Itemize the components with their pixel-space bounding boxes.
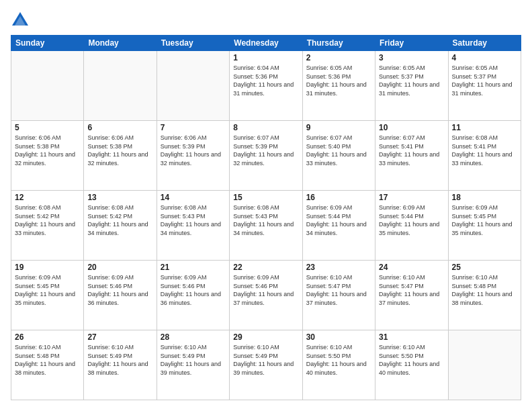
logo — [11, 11, 32, 30]
day-cell: 26Sunrise: 6:10 AM Sunset: 5:48 PM Dayli… — [11, 330, 84, 400]
weekday-sunday: Sunday — [11, 36, 84, 51]
day-cell: 19Sunrise: 6:09 AM Sunset: 5:45 PM Dayli… — [11, 261, 84, 330]
day-info: Sunrise: 6:06 AM Sunset: 5:39 PM Dayligh… — [161, 134, 226, 167]
day-number: 7 — [161, 123, 226, 132]
page: SundayMondayTuesdayWednesdayThursdayFrid… — [0, 0, 532, 411]
day-info: Sunrise: 6:06 AM Sunset: 5:38 PM Dayligh… — [15, 134, 80, 167]
week-row-4: 26Sunrise: 6:10 AM Sunset: 5:48 PM Dayli… — [11, 330, 521, 400]
day-info: Sunrise: 6:07 AM Sunset: 5:39 PM Dayligh… — [233, 134, 298, 167]
day-cell — [157, 51, 229, 121]
day-cell: 9Sunrise: 6:07 AM Sunset: 5:40 PM Daylig… — [302, 121, 375, 191]
day-number: 12 — [15, 193, 80, 202]
day-cell: 23Sunrise: 6:10 AM Sunset: 5:47 PM Dayli… — [302, 261, 375, 330]
day-number: 14 — [161, 193, 226, 202]
day-info: Sunrise: 6:08 AM Sunset: 5:43 PM Dayligh… — [233, 203, 298, 237]
day-info: Sunrise: 6:10 AM Sunset: 5:49 PM Dayligh… — [87, 343, 152, 377]
day-number: 24 — [379, 263, 444, 272]
day-number: 26 — [15, 332, 80, 342]
day-number: 4 — [452, 53, 517, 62]
day-cell: 2Sunrise: 6:05 AM Sunset: 5:36 PM Daylig… — [302, 51, 375, 121]
week-row-3: 19Sunrise: 6:09 AM Sunset: 5:45 PM Dayli… — [11, 261, 521, 330]
day-info: Sunrise: 6:08 AM Sunset: 5:42 PM Dayligh… — [87, 203, 152, 237]
day-info: Sunrise: 6:10 AM Sunset: 5:49 PM Dayligh… — [233, 343, 298, 377]
day-cell: 21Sunrise: 6:09 AM Sunset: 5:46 PM Dayli… — [157, 261, 229, 330]
day-cell: 1Sunrise: 6:04 AM Sunset: 5:36 PM Daylig… — [230, 51, 302, 121]
day-cell: 7Sunrise: 6:06 AM Sunset: 5:39 PM Daylig… — [157, 121, 229, 191]
day-number: 23 — [306, 263, 371, 272]
day-number: 2 — [306, 53, 371, 62]
day-info: Sunrise: 6:07 AM Sunset: 5:41 PM Dayligh… — [379, 134, 444, 167]
day-info: Sunrise: 6:10 AM Sunset: 5:48 PM Dayligh… — [15, 343, 80, 377]
day-number: 22 — [233, 263, 298, 272]
week-row-1: 5Sunrise: 6:06 AM Sunset: 5:38 PM Daylig… — [11, 121, 521, 191]
header — [11, 11, 521, 30]
day-cell: 25Sunrise: 6:10 AM Sunset: 5:48 PM Dayli… — [448, 261, 521, 330]
day-info: Sunrise: 6:10 AM Sunset: 5:49 PM Dayligh… — [161, 343, 226, 377]
day-number: 11 — [452, 123, 517, 132]
day-info: Sunrise: 6:10 AM Sunset: 5:50 PM Dayligh… — [379, 343, 444, 377]
day-number: 20 — [87, 263, 152, 272]
day-cell — [84, 51, 157, 121]
day-number: 27 — [87, 332, 152, 342]
day-info: Sunrise: 6:09 AM Sunset: 5:45 PM Dayligh… — [15, 273, 80, 307]
weekday-saturday: Saturday — [448, 36, 521, 51]
day-info: Sunrise: 6:05 AM Sunset: 5:36 PM Dayligh… — [306, 64, 371, 97]
day-number: 15 — [233, 193, 298, 202]
day-number: 5 — [15, 123, 80, 132]
day-number: 3 — [379, 53, 444, 62]
day-number: 19 — [15, 263, 80, 272]
weekday-wednesday: Wednesday — [230, 36, 302, 51]
day-cell: 31Sunrise: 6:10 AM Sunset: 5:50 PM Dayli… — [375, 330, 448, 400]
day-cell — [11, 51, 84, 121]
day-cell: 3Sunrise: 6:05 AM Sunset: 5:37 PM Daylig… — [375, 51, 448, 121]
calendar: SundayMondayTuesdayWednesdayThursdayFrid… — [11, 35, 521, 400]
day-cell — [448, 330, 521, 400]
day-number: 25 — [452, 263, 517, 272]
day-cell: 10Sunrise: 6:07 AM Sunset: 5:41 PM Dayli… — [375, 121, 448, 191]
day-number: 18 — [452, 193, 517, 202]
day-number: 28 — [161, 332, 226, 342]
day-info: Sunrise: 6:10 AM Sunset: 5:47 PM Dayligh… — [306, 273, 371, 307]
day-number: 13 — [87, 193, 152, 202]
day-cell: 28Sunrise: 6:10 AM Sunset: 5:49 PM Dayli… — [157, 330, 229, 400]
day-info: Sunrise: 6:09 AM Sunset: 5:44 PM Dayligh… — [306, 203, 371, 237]
week-row-0: 1Sunrise: 6:04 AM Sunset: 5:36 PM Daylig… — [11, 51, 521, 121]
day-number: 1 — [233, 53, 298, 62]
day-number: 30 — [306, 332, 371, 342]
day-number: 16 — [306, 193, 371, 202]
day-number: 9 — [306, 123, 371, 132]
day-number: 10 — [379, 123, 444, 132]
day-cell: 13Sunrise: 6:08 AM Sunset: 5:42 PM Dayli… — [84, 191, 157, 261]
day-info: Sunrise: 6:07 AM Sunset: 5:40 PM Dayligh… — [306, 134, 371, 167]
day-number: 31 — [379, 332, 444, 342]
day-info: Sunrise: 6:09 AM Sunset: 5:46 PM Dayligh… — [161, 273, 226, 307]
week-row-2: 12Sunrise: 6:08 AM Sunset: 5:42 PM Dayli… — [11, 191, 521, 261]
day-cell: 4Sunrise: 6:05 AM Sunset: 5:37 PM Daylig… — [448, 51, 521, 121]
day-number: 29 — [233, 332, 298, 342]
day-info: Sunrise: 6:10 AM Sunset: 5:48 PM Dayligh… — [452, 273, 517, 307]
day-cell: 22Sunrise: 6:09 AM Sunset: 5:46 PM Dayli… — [230, 261, 302, 330]
weekday-monday: Monday — [84, 36, 157, 51]
day-cell: 24Sunrise: 6:10 AM Sunset: 5:47 PM Dayli… — [375, 261, 448, 330]
day-number: 8 — [233, 123, 298, 132]
day-info: Sunrise: 6:04 AM Sunset: 5:36 PM Dayligh… — [233, 64, 298, 97]
day-info: Sunrise: 6:05 AM Sunset: 5:37 PM Dayligh… — [452, 64, 517, 97]
day-info: Sunrise: 6:08 AM Sunset: 5:43 PM Dayligh… — [161, 203, 226, 237]
day-info: Sunrise: 6:09 AM Sunset: 5:46 PM Dayligh… — [87, 273, 152, 307]
day-cell: 11Sunrise: 6:08 AM Sunset: 5:41 PM Dayli… — [448, 121, 521, 191]
weekday-tuesday: Tuesday — [157, 36, 229, 51]
day-number: 17 — [379, 193, 444, 202]
day-info: Sunrise: 6:08 AM Sunset: 5:42 PM Dayligh… — [15, 203, 80, 237]
day-info: Sunrise: 6:05 AM Sunset: 5:37 PM Dayligh… — [379, 64, 444, 97]
day-cell: 18Sunrise: 6:09 AM Sunset: 5:45 PM Dayli… — [448, 191, 521, 261]
day-cell: 15Sunrise: 6:08 AM Sunset: 5:43 PM Dayli… — [230, 191, 302, 261]
day-cell: 8Sunrise: 6:07 AM Sunset: 5:39 PM Daylig… — [230, 121, 302, 191]
weekday-friday: Friday — [375, 36, 448, 51]
day-cell: 16Sunrise: 6:09 AM Sunset: 5:44 PM Dayli… — [302, 191, 375, 261]
day-info: Sunrise: 6:08 AM Sunset: 5:41 PM Dayligh… — [452, 134, 517, 167]
day-info: Sunrise: 6:09 AM Sunset: 5:46 PM Dayligh… — [233, 273, 298, 307]
day-cell: 6Sunrise: 6:06 AM Sunset: 5:38 PM Daylig… — [84, 121, 157, 191]
day-cell: 30Sunrise: 6:10 AM Sunset: 5:50 PM Dayli… — [302, 330, 375, 400]
day-info: Sunrise: 6:10 AM Sunset: 5:50 PM Dayligh… — [306, 343, 371, 377]
day-info: Sunrise: 6:06 AM Sunset: 5:38 PM Dayligh… — [87, 134, 152, 167]
